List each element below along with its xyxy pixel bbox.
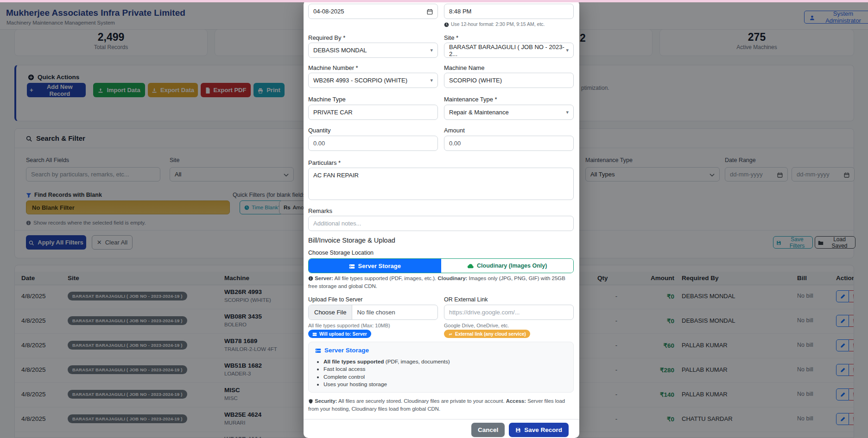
modal-footer-buttons: Cancel Save Record — [471, 423, 569, 437]
top-accent-strip — [0, 0, 868, 2]
save-record-button[interactable]: Save Record — [509, 423, 569, 437]
file-upload-input[interactable]: Choose File No file chosen — [308, 305, 438, 320]
storage-info-text: Server: All file types supported (PDF, i… — [308, 275, 574, 291]
chevron-down-icon: ▾ — [430, 47, 433, 53]
cloud-icon — [467, 263, 474, 269]
server-icon — [349, 262, 355, 269]
bullet-item: Fast local access — [323, 366, 450, 372]
bullet-item: All file types supported (PDF, images, d… — [323, 358, 450, 365]
site-label: Site * — [444, 34, 458, 41]
maintenance-type-select[interactable]: Repair & Maintenance ▾ — [444, 105, 574, 120]
storage-section-title: Bill/Invoice Storage & Upload — [308, 237, 395, 244]
shield-icon — [308, 398, 313, 404]
server-storage-box-title: Server Storage — [315, 347, 369, 354]
record-form-modal: 04-08-2025 8:48 PM Use 12-hour format: 2… — [304, 0, 579, 438]
machine-type-input[interactable]: PRIVATE CAR — [308, 105, 438, 120]
chevron-down-icon: ▾ — [566, 47, 569, 53]
date-input[interactable]: 04-08-2025 — [308, 4, 438, 19]
external-link-input[interactable]: https://drive.google.com/... — [444, 305, 574, 320]
server-icon — [312, 331, 317, 336]
external-link-help: Google Drive, OneDrive, etc. — [444, 323, 509, 328]
security-note: Security: All files are securely stored.… — [308, 397, 574, 413]
server-storage-bullets: All file types supported (PDF, images, d… — [316, 357, 450, 389]
file-chosen-text: No file chosen — [352, 309, 399, 316]
info-icon — [308, 275, 313, 281]
file-types-help: All file types supported (Max: 10MB) — [308, 323, 390, 328]
chevron-down-icon: ▾ — [430, 77, 433, 83]
chevron-down-icon: ▾ — [566, 109, 569, 115]
storage-location-toggle: Server Storage Cloudinary (Images Only) — [308, 258, 574, 273]
external-link-label: OR External Link — [444, 296, 488, 303]
modal-footer-divider — [304, 419, 579, 419]
save-icon — [515, 426, 521, 433]
quantity-label: Quantity — [308, 127, 330, 134]
server-icon — [315, 347, 321, 354]
external-link-badge: External link (any cloud service) — [444, 330, 530, 338]
remarks-label: Remarks — [308, 207, 332, 214]
time-format-help: Use 12-hour format: 2:30 PM, 9:15 AM, et… — [444, 21, 545, 27]
choose-file-button[interactable]: Choose File — [309, 305, 352, 319]
required-by-label: Required By * — [308, 34, 345, 41]
screen: Mukherjee Associates Infra Private Limit… — [0, 0, 868, 438]
amount-input[interactable]: 0.00 — [444, 136, 574, 151]
machine-number-select[interactable]: WB26R 4993 - SCORPIO (WHITE) ▾ — [308, 73, 438, 88]
particulars-label: Particulars * — [308, 159, 341, 166]
time-input[interactable]: 8:48 PM — [444, 4, 574, 19]
required-by-select[interactable]: DEBASIS MONDAL ▾ — [308, 43, 438, 58]
server-storage-info-box: Server Storage All file types supported … — [308, 342, 574, 393]
bullet-item: Uses your hosting storage — [323, 381, 450, 388]
choose-storage-label: Choose Storage Location — [308, 250, 374, 256]
remarks-input[interactable]: Additional notes... — [308, 216, 574, 231]
quantity-input[interactable]: 0.00 — [308, 136, 438, 151]
amount-label: Amount — [444, 127, 465, 134]
link-icon — [448, 331, 453, 336]
upload-file-label: Upload File to Server — [308, 296, 362, 303]
machine-type-label: Machine Type — [308, 96, 346, 103]
clock-icon — [444, 21, 449, 27]
cancel-button[interactable]: Cancel — [471, 423, 505, 437]
site-select[interactable]: BARASAT BARAJAGULI ( JOB NO - 2023-2... … — [444, 43, 574, 58]
cloudinary-tab[interactable]: Cloudinary (Images Only) — [441, 259, 574, 273]
machine-name-label: Machine Name — [444, 64, 484, 71]
bullet-item: Complete control — [323, 374, 450, 380]
machine-number-label: Machine Number * — [308, 64, 358, 71]
machine-name-input[interactable]: SCORPIO (WHITE) — [444, 73, 574, 88]
calendar-icon — [427, 8, 433, 15]
maintenance-type-label: Maintenance Type * — [444, 96, 497, 103]
upload-target-badge: Will upload to: Server — [308, 330, 371, 338]
server-storage-tab[interactable]: Server Storage — [309, 259, 441, 273]
particulars-textarea[interactable]: AC FAN REPAIR — [308, 168, 574, 200]
